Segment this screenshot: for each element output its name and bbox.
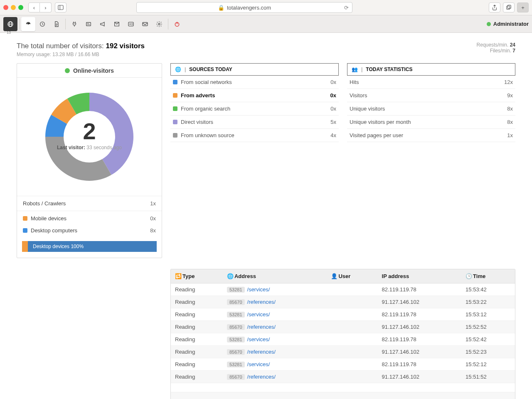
source-row[interactable]: From organic search0x (170, 102, 339, 116)
admin-label: Administrator (493, 21, 529, 27)
lock-icon: 🔒 (218, 5, 224, 11)
stat-row: Hits12x (347, 76, 515, 89)
document-icon (53, 21, 60, 27)
tabs-icon (506, 5, 512, 10)
table-row[interactable]: Reading85670/references/91.127.146.10215… (171, 371, 515, 383)
fullscreen-window-icon[interactable] (18, 5, 23, 10)
source-row[interactable]: Direct visitors5x (170, 116, 339, 129)
table-row[interactable]: Reading85670/references/91.127.146.10215… (171, 346, 515, 358)
tabs-button[interactable] (503, 2, 515, 12)
contact-icon (128, 21, 134, 27)
pages-tab[interactable] (49, 17, 64, 31)
stats-header: 👥| TODAY STATISTICS (347, 63, 515, 76)
table-row[interactable]: Reading53281/services/82.119.119.7815:52… (171, 333, 515, 346)
sidebar-toggle-button[interactable] (55, 2, 66, 12)
forward-button[interactable]: › (40, 2, 52, 12)
activity-table: 🔁Type 🌐Address 👤User IP address 🕒Time Re… (170, 269, 515, 399)
app-logo-button[interactable]: 13 (3, 17, 17, 31)
desktop-row: Desktop computers 8x (17, 226, 162, 238)
live-icon (65, 68, 70, 73)
col-time[interactable]: 🕒Time (461, 269, 515, 283)
table-row[interactable]: Reading53281/services/82.119.119.7815:53… (171, 308, 515, 321)
announce-tab[interactable] (96, 17, 110, 31)
svg-rect-9 (128, 22, 133, 26)
megaphone-icon (99, 21, 106, 27)
gear-icon (156, 21, 163, 27)
svg-point-12 (158, 23, 160, 25)
globe-icon: 🌐 (175, 66, 181, 72)
gauge-icon (25, 21, 32, 27)
inbox-icon (113, 21, 120, 27)
table-row[interactable]: Reading53281/services/82.119.119.7815:53… (171, 283, 515, 296)
sidebar-icon (58, 5, 64, 10)
stat-row: Visitors9x (347, 89, 515, 102)
history-tab[interactable] (35, 17, 49, 31)
user-icon: 👤 (331, 273, 337, 279)
robots-row: Robots / Crawlers1x (17, 196, 162, 211)
inbox-tab[interactable] (110, 17, 124, 31)
reload-icon[interactable]: ⟳ (344, 5, 349, 11)
online-title: Online-visitors (73, 67, 114, 74)
col-user[interactable]: 👤User (327, 269, 377, 283)
back-button[interactable]: ‹ (28, 2, 40, 12)
svg-rect-8 (86, 22, 91, 26)
admin-badge[interactable]: Administrator (487, 21, 529, 27)
address-bar[interactable]: 🔒 totalavengers.com ⟳ (136, 2, 352, 13)
svg-point-10 (130, 23, 131, 25)
today-stats-panel: 👥| TODAY STATISTICS Hits12xVisitors9xUni… (347, 63, 515, 258)
plugins-tab[interactable] (67, 17, 81, 31)
svg-rect-3 (507, 5, 511, 8)
users-icon: 👥 (352, 66, 358, 72)
dashboard-tab[interactable] (21, 17, 35, 31)
sources-panel: 🌐| SOURCES TODAY From social networks0xF… (170, 63, 339, 258)
close-window-icon[interactable] (3, 5, 8, 10)
col-address[interactable]: 🌐Address (223, 269, 327, 283)
clock-icon: 🕒 (466, 273, 471, 279)
svg-rect-2 (507, 6, 510, 10)
table-row[interactable]: Reading53281/services/82.119.119.7815:52… (171, 358, 515, 371)
new-tab-button[interactable]: + (517, 2, 529, 12)
plug-icon (71, 21, 78, 27)
source-row[interactable]: From adverts0x (170, 89, 339, 102)
mobile-row: Mobile devices 0x (17, 211, 162, 226)
browser-chrome: ‹ › 🔒 totalavengers.com ⟳ + (0, 0, 532, 15)
svg-text:2: 2 (83, 118, 96, 144)
share-button[interactable] (489, 2, 500, 12)
col-type[interactable]: 🔁Type (171, 269, 223, 283)
settings-tab[interactable] (152, 17, 166, 31)
rate-stats: Requests/min. 24 Files/min. 7 (477, 42, 515, 54)
online-visitors-panel: Online-visitors 2Last visitor: 33 second… (17, 63, 162, 258)
news-icon (85, 21, 92, 27)
table-row[interactable]: Reading85670/references/91.127.146.10215… (171, 321, 515, 333)
url-text: totalavengers.com (227, 5, 271, 11)
col-ip[interactable]: IP address (378, 269, 461, 283)
device-progress: Desktop devices 100% (22, 241, 157, 252)
clock-icon (39, 21, 46, 27)
svg-rect-0 (58, 5, 63, 10)
memory-usage: Memory usage: 13.28 MB / 16.66 MB (17, 52, 145, 57)
power-icon (174, 21, 180, 27)
notification-count: 13 (7, 30, 11, 34)
stat-row: Unique visitors8x (347, 102, 515, 116)
stat-row: Visited pages per user1x (347, 129, 515, 142)
window-controls (3, 5, 23, 10)
mail-icon (142, 21, 148, 27)
svg-rect-11 (143, 22, 148, 26)
visitors-donut-chart: 2Last visitor: 33 seconds ago (35, 83, 143, 191)
globe-icon (7, 21, 14, 27)
globe-icon: 🌐 (227, 273, 233, 279)
share-icon (492, 5, 498, 10)
page-title: The total number of visitors: 192 visito… (17, 42, 145, 50)
table-row[interactable]: Reading85670/references/91.127.146.10215… (171, 296, 515, 308)
news-tab[interactable] (81, 17, 96, 31)
minimize-window-icon[interactable] (11, 5, 16, 10)
contacts-tab[interactable] (124, 17, 138, 31)
stat-row: Unique visitors per month8x (347, 116, 515, 129)
source-row[interactable]: From social networks0x (170, 76, 339, 89)
mail-tab[interactable] (138, 17, 152, 31)
app-toolbar: 13 Administrator (0, 15, 532, 33)
source-row[interactable]: From unknown source4x (170, 129, 339, 142)
online-status-icon (487, 22, 491, 26)
logout-button[interactable] (170, 17, 184, 31)
svg-text:Last visitor: 33 seconds ago: Last visitor: 33 seconds ago (57, 145, 122, 150)
